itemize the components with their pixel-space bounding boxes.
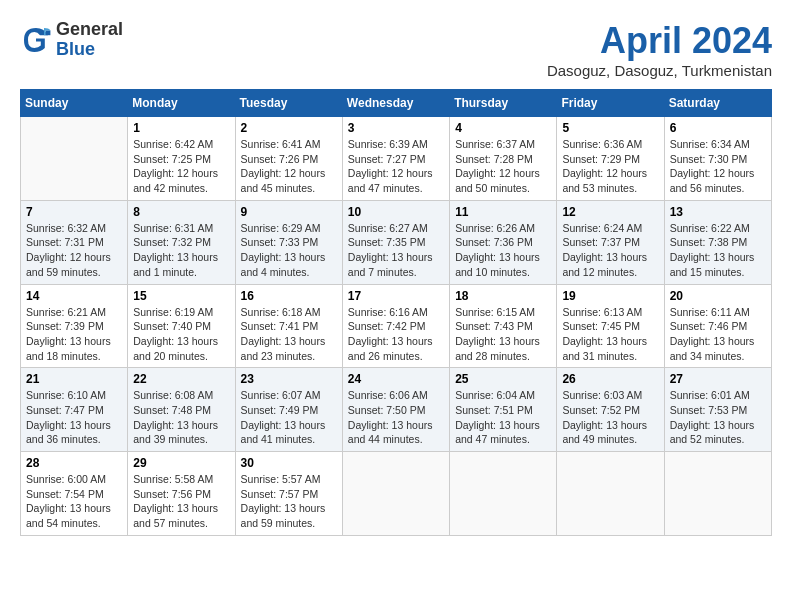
calendar-cell (557, 452, 664, 536)
day-number: 6 (670, 121, 766, 135)
calendar-cell: 18Sunrise: 6:15 AMSunset: 7:43 PMDayligh… (450, 284, 557, 368)
day-info: Sunrise: 6:18 AMSunset: 7:41 PMDaylight:… (241, 305, 337, 364)
day-number: 19 (562, 289, 658, 303)
calendar-cell: 21Sunrise: 6:10 AMSunset: 7:47 PMDayligh… (21, 368, 128, 452)
calendar-cell: 11Sunrise: 6:26 AMSunset: 7:36 PMDayligh… (450, 200, 557, 284)
location-text: Dasoguz, Dasoguz, Turkmenistan (547, 62, 772, 79)
day-number: 12 (562, 205, 658, 219)
day-info: Sunrise: 6:29 AMSunset: 7:33 PMDaylight:… (241, 221, 337, 280)
logo: General Blue (20, 20, 123, 60)
day-number: 4 (455, 121, 551, 135)
day-number: 17 (348, 289, 444, 303)
calendar-cell: 26Sunrise: 6:03 AMSunset: 7:52 PMDayligh… (557, 368, 664, 452)
calendar-cell: 17Sunrise: 6:16 AMSunset: 7:42 PMDayligh… (342, 284, 449, 368)
day-number: 21 (26, 372, 122, 386)
day-number: 26 (562, 372, 658, 386)
logo-icon (20, 24, 52, 56)
calendar-cell: 10Sunrise: 6:27 AMSunset: 7:35 PMDayligh… (342, 200, 449, 284)
calendar-cell: 27Sunrise: 6:01 AMSunset: 7:53 PMDayligh… (664, 368, 771, 452)
calendar-cell: 25Sunrise: 6:04 AMSunset: 7:51 PMDayligh… (450, 368, 557, 452)
calendar-cell: 2Sunrise: 6:41 AMSunset: 7:26 PMDaylight… (235, 117, 342, 201)
day-info: Sunrise: 6:07 AMSunset: 7:49 PMDaylight:… (241, 388, 337, 447)
day-number: 14 (26, 289, 122, 303)
calendar-cell: 12Sunrise: 6:24 AMSunset: 7:37 PMDayligh… (557, 200, 664, 284)
calendar-week-5: 28Sunrise: 6:00 AMSunset: 7:54 PMDayligh… (21, 452, 772, 536)
calendar-cell: 9Sunrise: 6:29 AMSunset: 7:33 PMDaylight… (235, 200, 342, 284)
day-number: 10 (348, 205, 444, 219)
calendar-cell: 24Sunrise: 6:06 AMSunset: 7:50 PMDayligh… (342, 368, 449, 452)
calendar-cell: 30Sunrise: 5:57 AMSunset: 7:57 PMDayligh… (235, 452, 342, 536)
day-number: 18 (455, 289, 551, 303)
day-header-sunday: Sunday (21, 90, 128, 117)
calendar-cell: 19Sunrise: 6:13 AMSunset: 7:45 PMDayligh… (557, 284, 664, 368)
day-number: 25 (455, 372, 551, 386)
day-number: 3 (348, 121, 444, 135)
calendar-cell: 6Sunrise: 6:34 AMSunset: 7:30 PMDaylight… (664, 117, 771, 201)
calendar-cell: 5Sunrise: 6:36 AMSunset: 7:29 PMDaylight… (557, 117, 664, 201)
calendar-header: SundayMondayTuesdayWednesdayThursdayFrid… (21, 90, 772, 117)
calendar-week-3: 14Sunrise: 6:21 AMSunset: 7:39 PMDayligh… (21, 284, 772, 368)
page-header: General Blue April 2024 Dasoguz, Dasoguz… (20, 20, 772, 79)
day-info: Sunrise: 6:22 AMSunset: 7:38 PMDaylight:… (670, 221, 766, 280)
day-number: 23 (241, 372, 337, 386)
logo-text: General Blue (56, 20, 123, 60)
calendar-cell: 28Sunrise: 6:00 AMSunset: 7:54 PMDayligh… (21, 452, 128, 536)
calendar-week-4: 21Sunrise: 6:10 AMSunset: 7:47 PMDayligh… (21, 368, 772, 452)
day-info: Sunrise: 6:26 AMSunset: 7:36 PMDaylight:… (455, 221, 551, 280)
calendar-cell: 13Sunrise: 6:22 AMSunset: 7:38 PMDayligh… (664, 200, 771, 284)
calendar-cell: 4Sunrise: 6:37 AMSunset: 7:28 PMDaylight… (450, 117, 557, 201)
calendar-cell (21, 117, 128, 201)
day-info: Sunrise: 6:27 AMSunset: 7:35 PMDaylight:… (348, 221, 444, 280)
calendar-cell (450, 452, 557, 536)
day-info: Sunrise: 6:32 AMSunset: 7:31 PMDaylight:… (26, 221, 122, 280)
day-info: Sunrise: 5:57 AMSunset: 7:57 PMDaylight:… (241, 472, 337, 531)
day-number: 1 (133, 121, 229, 135)
day-number: 9 (241, 205, 337, 219)
day-number: 30 (241, 456, 337, 470)
calendar-cell (342, 452, 449, 536)
day-info: Sunrise: 6:01 AMSunset: 7:53 PMDaylight:… (670, 388, 766, 447)
day-number: 20 (670, 289, 766, 303)
day-info: Sunrise: 5:58 AMSunset: 7:56 PMDaylight:… (133, 472, 229, 531)
day-info: Sunrise: 6:11 AMSunset: 7:46 PMDaylight:… (670, 305, 766, 364)
day-info: Sunrise: 6:13 AMSunset: 7:45 PMDaylight:… (562, 305, 658, 364)
day-info: Sunrise: 6:16 AMSunset: 7:42 PMDaylight:… (348, 305, 444, 364)
day-info: Sunrise: 6:24 AMSunset: 7:37 PMDaylight:… (562, 221, 658, 280)
calendar-cell: 20Sunrise: 6:11 AMSunset: 7:46 PMDayligh… (664, 284, 771, 368)
calendar-cell: 8Sunrise: 6:31 AMSunset: 7:32 PMDaylight… (128, 200, 235, 284)
calendar-cell: 29Sunrise: 5:58 AMSunset: 7:56 PMDayligh… (128, 452, 235, 536)
day-header-tuesday: Tuesday (235, 90, 342, 117)
day-info: Sunrise: 6:41 AMSunset: 7:26 PMDaylight:… (241, 137, 337, 196)
day-header-saturday: Saturday (664, 90, 771, 117)
day-info: Sunrise: 6:19 AMSunset: 7:40 PMDaylight:… (133, 305, 229, 364)
calendar-cell: 15Sunrise: 6:19 AMSunset: 7:40 PMDayligh… (128, 284, 235, 368)
day-info: Sunrise: 6:37 AMSunset: 7:28 PMDaylight:… (455, 137, 551, 196)
day-number: 27 (670, 372, 766, 386)
day-info: Sunrise: 6:42 AMSunset: 7:25 PMDaylight:… (133, 137, 229, 196)
calendar-cell (664, 452, 771, 536)
day-info: Sunrise: 6:08 AMSunset: 7:48 PMDaylight:… (133, 388, 229, 447)
calendar-cell: 3Sunrise: 6:39 AMSunset: 7:27 PMDaylight… (342, 117, 449, 201)
day-number: 24 (348, 372, 444, 386)
day-info: Sunrise: 6:03 AMSunset: 7:52 PMDaylight:… (562, 388, 658, 447)
calendar-body: 1Sunrise: 6:42 AMSunset: 7:25 PMDaylight… (21, 117, 772, 536)
day-info: Sunrise: 6:04 AMSunset: 7:51 PMDaylight:… (455, 388, 551, 447)
day-info: Sunrise: 6:34 AMSunset: 7:30 PMDaylight:… (670, 137, 766, 196)
day-header-friday: Friday (557, 90, 664, 117)
calendar-table: SundayMondayTuesdayWednesdayThursdayFrid… (20, 89, 772, 536)
day-number: 22 (133, 372, 229, 386)
day-info: Sunrise: 6:10 AMSunset: 7:47 PMDaylight:… (26, 388, 122, 447)
day-info: Sunrise: 6:15 AMSunset: 7:43 PMDaylight:… (455, 305, 551, 364)
day-number: 5 (562, 121, 658, 135)
day-number: 15 (133, 289, 229, 303)
calendar-cell: 7Sunrise: 6:32 AMSunset: 7:31 PMDaylight… (21, 200, 128, 284)
calendar-cell: 14Sunrise: 6:21 AMSunset: 7:39 PMDayligh… (21, 284, 128, 368)
day-header-monday: Monday (128, 90, 235, 117)
day-number: 2 (241, 121, 337, 135)
day-number: 7 (26, 205, 122, 219)
day-info: Sunrise: 6:36 AMSunset: 7:29 PMDaylight:… (562, 137, 658, 196)
day-number: 29 (133, 456, 229, 470)
day-number: 28 (26, 456, 122, 470)
day-header-thursday: Thursday (450, 90, 557, 117)
logo-blue-text: Blue (56, 40, 123, 60)
